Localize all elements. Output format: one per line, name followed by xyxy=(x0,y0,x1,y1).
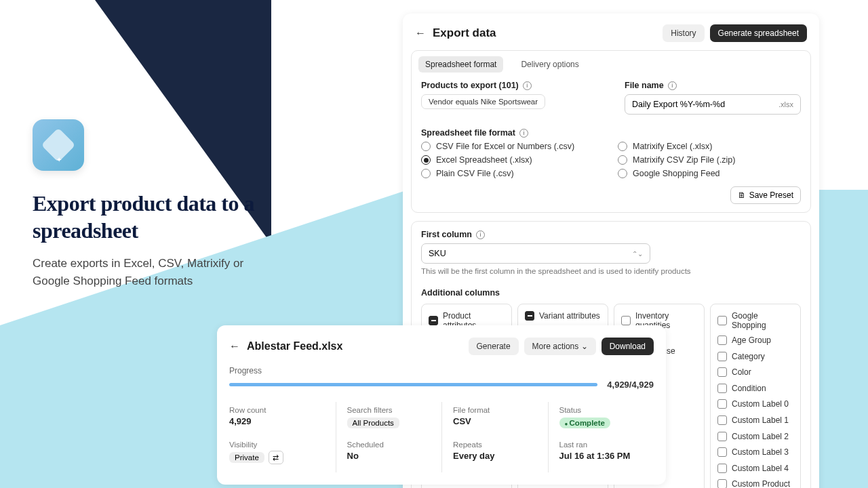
hero-title: Export product data to a spreadsheet xyxy=(33,190,283,244)
stat-file-format: File format CSV xyxy=(441,402,548,436)
checkbox-age-group[interactable]: Age Group xyxy=(717,336,793,346)
checkbox[interactable] xyxy=(621,316,631,325)
first-column-label: First column xyxy=(421,230,472,239)
feed-card: ← Ablestar Feed.xlsx Generate More actio… xyxy=(217,325,666,485)
progress-label: Progress xyxy=(229,366,654,375)
chevron-down-icon: ⌄ xyxy=(581,342,588,351)
stat-row-count: Row count 4,929 xyxy=(229,402,336,436)
radio-csv-excel[interactable]: CSV File for Excel or Numbers (.csv) xyxy=(421,142,604,151)
radio-google-shopping[interactable]: Google Shopping Feed xyxy=(618,169,801,178)
app-icon xyxy=(33,119,84,171)
checkbox-indeterminate[interactable] xyxy=(525,311,534,321)
stat-repeats: Repeats Every day xyxy=(441,436,548,472)
checkbox-custom-product[interactable]: Custom Product xyxy=(717,479,793,488)
filename-label: File name xyxy=(625,81,664,90)
download-button[interactable]: Download xyxy=(601,338,654,355)
filter-chip[interactable]: Vendor equals Nike Sportswear xyxy=(421,94,545,109)
checkbox-condition[interactable]: Condition xyxy=(717,384,793,394)
checkbox-custom-label-0[interactable]: Custom Label 0 xyxy=(717,399,793,410)
hero-panel: Export product data to a spreadsheet Cre… xyxy=(33,119,283,291)
checkbox-custom-label-3[interactable]: Custom Label 3 xyxy=(717,447,793,458)
stat-scheduled: Scheduled No xyxy=(336,436,442,472)
info-icon[interactable]: i xyxy=(523,81,532,90)
feed-title: Ablestar Feed.xlsx xyxy=(247,340,342,352)
back-arrow-icon[interactable]: ← xyxy=(415,27,426,39)
checkbox-indeterminate[interactable] xyxy=(429,316,438,325)
generate-button[interactable]: Generate xyxy=(469,338,519,355)
filter-badge: All Products xyxy=(347,418,399,428)
info-icon[interactable]: i xyxy=(668,81,677,90)
panel-title: Export data xyxy=(433,26,496,40)
back-arrow-icon[interactable]: ← xyxy=(229,340,240,352)
tab-delivery-options[interactable]: Delivery options xyxy=(514,56,585,73)
checkbox-category[interactable]: Category xyxy=(717,352,793,363)
document-icon: 🗎 xyxy=(738,190,746,200)
hero-subtitle: Create exports in Excel, CSV, Matrixify … xyxy=(33,255,283,291)
checkbox-custom-label-2[interactable]: Custom Label 2 xyxy=(717,432,793,443)
filename-value: Daily Export %Y-%m-%d xyxy=(632,100,725,109)
stat-visibility: Visibility Private ⇄ xyxy=(229,436,336,472)
first-column-select[interactable]: SKU ⌃⌄ xyxy=(421,243,650,264)
first-column-helper: This will be the first column in the spr… xyxy=(421,267,801,275)
more-actions-button[interactable]: More actions ⌄ xyxy=(524,338,596,355)
chevron-updown-icon: ⌃⌄ xyxy=(632,250,643,258)
additional-columns-label: Additional columns xyxy=(421,288,500,298)
checkbox[interactable] xyxy=(717,316,727,325)
status-badge: Complete xyxy=(559,418,610,428)
products-to-export-label: Products to export (101) xyxy=(421,81,519,90)
history-button[interactable]: History xyxy=(663,24,704,42)
stat-search-filters: Search filters All Products xyxy=(336,402,442,436)
progress-count: 4,929/4,929 xyxy=(607,380,654,390)
radio-matrixify-zip[interactable]: Matrixify CSV Zip File (.zip) xyxy=(618,155,801,165)
checkbox-color[interactable]: Color xyxy=(717,367,793,378)
column-card-google-shopping: Google Shopping Age Group Category Color… xyxy=(710,304,801,488)
filename-ext: .xlsx xyxy=(778,100,793,108)
filename-input[interactable]: Daily Export %Y-%m-%d .xlsx xyxy=(625,94,801,115)
radio-excel-xlsx[interactable]: Excel Spreadsheet (.xlsx) xyxy=(421,155,604,165)
radio-plain-csv[interactable]: Plain CSV File (.csv) xyxy=(421,169,604,178)
info-icon[interactable]: i xyxy=(476,230,485,239)
file-format-label: Spreadsheet file format xyxy=(421,128,515,138)
radio-matrixify-excel[interactable]: Matrixify Excel (.xlsx) xyxy=(618,142,801,151)
stat-status: Status Complete xyxy=(548,402,654,436)
checkbox-custom-label-4[interactable]: Custom Label 4 xyxy=(717,464,793,474)
tab-spreadsheet-format[interactable]: Spreadsheet format xyxy=(418,56,503,73)
progress-bar xyxy=(229,383,597,386)
save-preset-button[interactable]: 🗎 Save Preset xyxy=(730,186,801,204)
checkbox-custom-label-1[interactable]: Custom Label 1 xyxy=(717,415,793,426)
visibility-badge: Private xyxy=(229,452,264,463)
generate-spreadsheet-button[interactable]: Generate spreadsheet xyxy=(710,24,807,42)
stat-last-ran: Last ran Jul 16 at 1:36 PM xyxy=(548,436,654,472)
info-icon[interactable]: i xyxy=(519,129,528,138)
swap-icon[interactable]: ⇄ xyxy=(269,451,283,464)
